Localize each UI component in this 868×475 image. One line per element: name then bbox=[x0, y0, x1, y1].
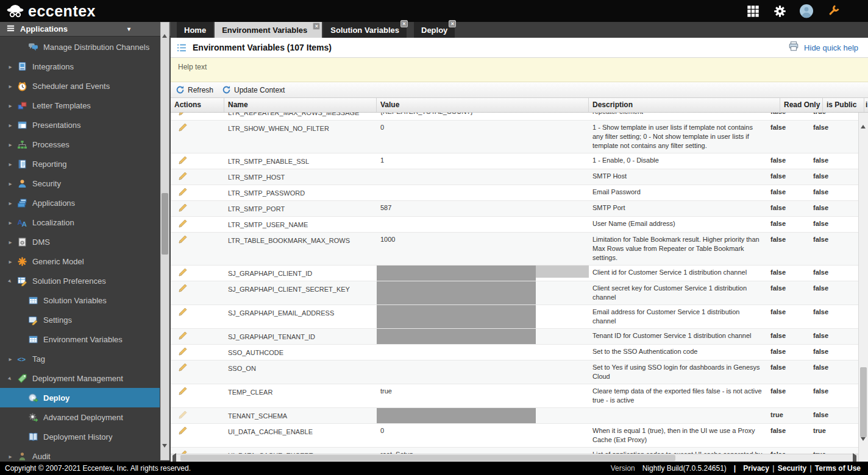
sidebar-item-audit[interactable]: ▸ Audit bbox=[0, 446, 160, 462]
sidebar-item-deployment-management[interactable]: ▸ Deployment Management bbox=[0, 368, 160, 388]
edit-pencil-icon[interactable] bbox=[178, 234, 188, 244]
sidebar-item-generic-model[interactable]: ▸ Generic Model bbox=[0, 252, 160, 271]
sidebar-item-dms[interactable]: ▸ DMS bbox=[0, 232, 160, 252]
edit-pencil-icon[interactable] bbox=[178, 307, 188, 317]
svg-text:A: A bbox=[21, 219, 27, 227]
expand-caret-icon[interactable]: ▸ bbox=[6, 180, 15, 187]
wrench-icon[interactable] bbox=[827, 4, 840, 18]
column-header-actions[interactable]: Actions bbox=[171, 98, 224, 112]
sidebar-item-environment-variables[interactable]: ▸ Environment Variables bbox=[0, 329, 160, 349]
edit-pencil-icon[interactable] bbox=[178, 203, 188, 213]
sidebar-item-processes[interactable]: ▸ Processes bbox=[0, 135, 160, 154]
expand-caret-icon[interactable]: ▸ bbox=[6, 453, 15, 460]
applications-menu-header[interactable]: Applications ▾ bbox=[0, 22, 171, 37]
update-context-button[interactable]: Update Context bbox=[222, 85, 285, 94]
tab-environment-variables[interactable]: Environment Variables × bbox=[215, 22, 322, 38]
edit-pencil-icon[interactable] bbox=[178, 449, 188, 454]
tab-deploy[interactable]: Deploy × bbox=[414, 22, 455, 38]
horizontal-scrollbar[interactable] bbox=[171, 454, 858, 462]
edit-pencil-icon[interactable] bbox=[178, 155, 188, 165]
tag-icon: <> bbox=[17, 354, 27, 364]
sidebar-scroll-thumb[interactable] bbox=[162, 193, 168, 255]
edit-pencil-icon[interactable] bbox=[178, 171, 188, 181]
vertical-scroll-thumb[interactable] bbox=[860, 367, 867, 437]
sidebar-item-solution-preferences[interactable]: ▸ Solution Preferences bbox=[0, 271, 160, 290]
edit-pencil-icon[interactable] bbox=[178, 386, 188, 396]
tab-solution-variables[interactable]: Solution Variables × bbox=[323, 22, 407, 38]
sidebar-item-solution-variables[interactable]: ▸ Solution Variables bbox=[0, 290, 160, 310]
sidebar-item-scheduler-and-events[interactable]: ▸ Scheduler and Events bbox=[0, 76, 160, 96]
expand-caret-icon[interactable]: ▸ bbox=[6, 239, 15, 245]
table-grid-icon bbox=[28, 334, 38, 345]
cell-is-public: false bbox=[809, 345, 851, 360]
sidebar-item-localization[interactable]: ▸ AA Localization bbox=[0, 213, 160, 232]
sidebar-item-deploy[interactable]: ▸ Deploy bbox=[0, 388, 160, 407]
expand-caret-icon[interactable]: ▸ bbox=[6, 219, 15, 226]
vertical-scrollbar[interactable] bbox=[858, 113, 868, 462]
expand-caret-icon[interactable]: ▸ bbox=[5, 275, 16, 286]
sidebar-item-settings[interactable]: ▸ Settings bbox=[0, 310, 160, 329]
sidebar-item-integrations[interactable]: ▸ Integrations bbox=[0, 57, 160, 76]
cell-description: Client id for Customer Service 1 distrib… bbox=[589, 266, 767, 281]
footer-link-security[interactable]: Security bbox=[778, 464, 806, 473]
scroll-down-icon[interactable] bbox=[162, 448, 167, 459]
cell-is-public: false bbox=[809, 217, 851, 232]
hamburger-icon[interactable] bbox=[6, 24, 15, 35]
footer-link-privacy[interactable]: Privacy bbox=[743, 464, 769, 473]
sidebar-scrollbar[interactable] bbox=[160, 22, 169, 460]
sidebar-item-applications[interactable]: ▸ Applications bbox=[0, 193, 160, 213]
tab-close-icon[interactable]: × bbox=[400, 20, 408, 27]
tab-close-icon[interactable]: × bbox=[313, 23, 320, 30]
sidebar-item-deployment-history[interactable]: ▸ Deployment History bbox=[0, 427, 160, 446]
gear-icon[interactable] bbox=[773, 4, 786, 18]
sidebar-item-reporting[interactable]: ▸ Reporting bbox=[0, 154, 160, 174]
expand-caret-icon[interactable]: ▸ bbox=[6, 122, 15, 128]
edit-pencil-icon[interactable] bbox=[178, 122, 188, 132]
expand-caret-icon[interactable]: ▸ bbox=[6, 258, 15, 265]
tab-close-icon[interactable]: × bbox=[449, 20, 456, 27]
column-header-description[interactable]: Description bbox=[589, 98, 780, 112]
hide-quick-help-link[interactable]: Hide quick help bbox=[804, 43, 858, 52]
horizontal-scroll-thumb[interactable] bbox=[180, 455, 675, 461]
tab-home[interactable]: Home bbox=[177, 22, 213, 38]
column-header-name[interactable]: Name bbox=[224, 98, 377, 112]
column-header-value[interactable]: Value bbox=[377, 98, 589, 112]
edit-pencil-icon[interactable] bbox=[178, 219, 188, 228]
column-header-is-public[interactable]: is Public bbox=[823, 98, 864, 112]
expand-caret-icon[interactable]: ▸ bbox=[6, 356, 15, 362]
edit-pencil-icon[interactable] bbox=[178, 347, 188, 356]
sidebar-item-manage-distribution-channels[interactable]: ▸ Manage Distribution Channels bbox=[0, 37, 160, 57]
expand-caret-icon[interactable]: ▸ bbox=[6, 63, 15, 70]
footer-link-terms-of-use[interactable]: Terms of Use bbox=[815, 464, 861, 473]
edit-pencil-icon[interactable] bbox=[178, 283, 188, 293]
edit-pencil-icon[interactable] bbox=[178, 113, 188, 116]
sidebar-item-tag[interactable]: ▸ <> Tag bbox=[0, 349, 160, 368]
edit-pencil-icon[interactable] bbox=[178, 267, 188, 277]
expand-caret-icon[interactable]: ▸ bbox=[6, 83, 15, 90]
edit-pencil-icon[interactable] bbox=[178, 187, 188, 197]
sidebar-item-letter-templates[interactable]: ▸ Letter Templates bbox=[0, 96, 160, 115]
refresh-button[interactable]: Refresh bbox=[176, 85, 213, 94]
edit-pencil-icon[interactable] bbox=[178, 331, 188, 340]
sidebar-item-advanced-deployment[interactable]: ▸ Advanced Deployment bbox=[0, 407, 160, 427]
print-icon[interactable] bbox=[788, 41, 799, 54]
edit-pencil-icon[interactable] bbox=[178, 410, 188, 420]
expand-caret-icon[interactable]: ▸ bbox=[6, 161, 15, 167]
expand-caret-icon[interactable]: ▸ bbox=[6, 102, 15, 109]
expand-caret-icon[interactable]: ▸ bbox=[6, 200, 15, 206]
scroll-up-icon[interactable] bbox=[162, 24, 167, 35]
chevron-down-icon[interactable]: ▾ bbox=[127, 26, 130, 32]
deployment-history-icon bbox=[28, 432, 38, 442]
expand-caret-icon[interactable]: ▸ bbox=[6, 141, 15, 148]
sidebar-item-presentations[interactable]: ▸ Presentations bbox=[0, 115, 160, 135]
scroll-down-icon[interactable] bbox=[861, 441, 866, 452]
column-header-read-only[interactable]: Read Only bbox=[780, 98, 823, 112]
edit-pencil-icon[interactable] bbox=[178, 362, 188, 372]
scroll-up-icon[interactable] bbox=[861, 114, 866, 125]
edit-pencil-icon[interactable] bbox=[178, 426, 188, 435]
expand-caret-icon[interactable]: ▸ bbox=[5, 373, 16, 384]
cell-value bbox=[377, 266, 589, 281]
sidebar-item-security[interactable]: ▸ Security bbox=[0, 174, 160, 193]
user-avatar[interactable] bbox=[800, 4, 813, 18]
app-grid-icon[interactable] bbox=[746, 4, 760, 18]
